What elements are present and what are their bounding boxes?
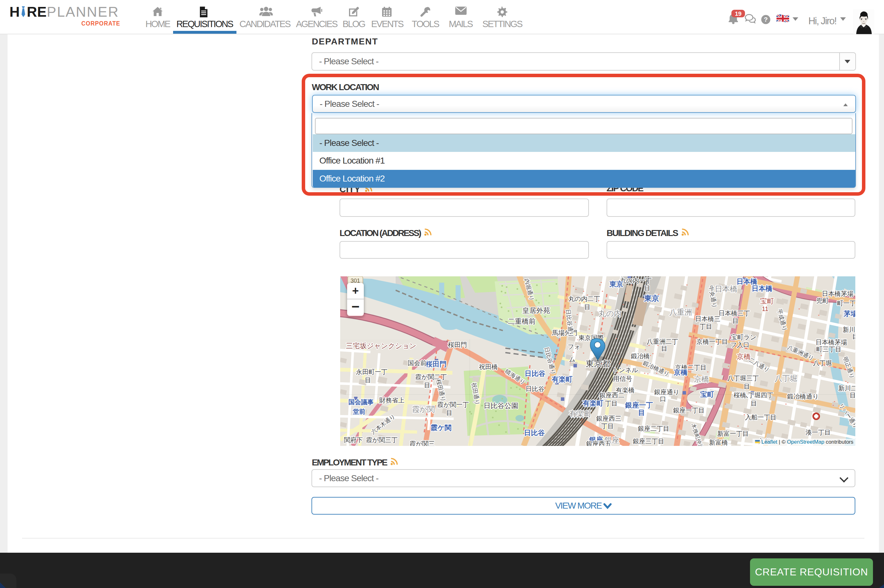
- svg-text:八丁堀: 八丁堀: [774, 374, 797, 382]
- svg-text:フォ: フォ: [568, 343, 581, 350]
- svg-text:銀座西三: 銀座西三: [596, 415, 621, 422]
- svg-text:霞が関二丁: 霞が関二丁: [415, 374, 447, 380]
- svg-text:財務省上: 財務省上: [379, 397, 404, 404]
- svg-text:鍛冶橋通り: 鍛冶橋通り: [787, 393, 819, 400]
- svg-text:銀座西五: 銀座西五: [586, 440, 611, 446]
- svg-text:京橋: 京橋: [694, 375, 709, 383]
- svg-text:11: 11: [762, 305, 768, 312]
- svg-text:東京: 東京: [609, 280, 623, 288]
- svg-text:銀座西二: 銀座西二: [599, 392, 624, 399]
- svg-text:国会議事: 国会議事: [348, 399, 374, 405]
- svg-text:二重橋前: 二重橋前: [508, 317, 536, 325]
- svg-text:目: 目: [849, 392, 855, 399]
- svg-text:目: 目: [446, 410, 453, 416]
- svg-text:宝町: 宝町: [700, 390, 714, 398]
- svg-text:霞が関三: 霞が関三: [409, 440, 435, 446]
- svg-text:国会前: 国会前: [407, 360, 427, 366]
- svg-text:霞が関三丁: 霞が関三丁: [366, 436, 398, 443]
- svg-text:日本橋三: 日本橋三: [695, 315, 720, 322]
- svg-text:丸の内: 丸の内: [599, 309, 622, 318]
- svg-text:日比谷公園: 日比谷公園: [484, 402, 518, 410]
- svg-text:目: 目: [744, 383, 750, 390]
- svg-text:町三丁目: 町三丁目: [816, 346, 842, 352]
- svg-text:関府下: 関府下: [344, 436, 363, 443]
- svg-text:ム: ム: [569, 356, 575, 363]
- svg-text:目: 目: [732, 317, 739, 324]
- svg-text:新川一丁: 新川一丁: [843, 326, 855, 333]
- svg-text:銀座一丁目: 銀座一丁目: [673, 407, 705, 414]
- svg-text:目: 目: [852, 333, 855, 340]
- svg-text:永田町一丁: 永田町一丁: [356, 368, 388, 375]
- svg-text:?: ?: [764, 16, 768, 23]
- svg-text:入船一丁目: 入船一丁目: [745, 414, 776, 421]
- svg-text:目: 目: [424, 382, 430, 388]
- svg-text:有楽町: 有楽町: [582, 399, 603, 407]
- svg-text:口: 口: [660, 396, 666, 402]
- svg-text:町一丁目: 町一丁目: [837, 300, 855, 307]
- svg-text:鍛冶橋: 鍛冶橋: [630, 352, 650, 360]
- svg-text:桜田門: 桜田門: [448, 341, 467, 348]
- svg-text:用信号: 用信号: [613, 375, 632, 382]
- svg-text:宝町: 宝町: [760, 297, 774, 305]
- svg-text:銀座一丁: 銀座一丁: [625, 401, 653, 409]
- svg-text:フ入口: フ入口: [731, 341, 749, 348]
- svg-text:桜橋: 桜橋: [734, 392, 746, 399]
- svg-text:丁目: 丁目: [605, 400, 618, 407]
- svg-text:トンネル: トンネル: [612, 366, 638, 374]
- svg-text:有楽町: 有楽町: [552, 375, 573, 383]
- svg-text:桜田門: 桜田門: [425, 360, 447, 368]
- svg-text:目: 目: [644, 285, 650, 291]
- svg-text:茅場町: 茅場町: [843, 310, 855, 318]
- svg-text:丁目: 丁目: [601, 423, 614, 429]
- svg-text:新富一丁目: 新富一丁目: [717, 430, 749, 437]
- svg-text:目: 目: [584, 303, 591, 310]
- svg-text:目: 目: [751, 400, 757, 407]
- svg-text:兜町: 兜町: [816, 297, 829, 304]
- svg-text:目: 目: [365, 376, 371, 384]
- svg-text:日本橋: 日本橋: [752, 285, 773, 292]
- svg-text:宝町ラン: 宝町ラン: [731, 334, 757, 340]
- svg-text:日比谷: 日比谷: [526, 386, 544, 392]
- svg-text:霞が関: 霞が関: [412, 405, 435, 413]
- svg-text:八丁堀三丁: 八丁堀三丁: [727, 375, 759, 382]
- svg-text:日本橋三丁: 日本橋三丁: [719, 310, 750, 317]
- svg-text:有楽町: 有楽町: [569, 410, 592, 418]
- svg-text:八重洲二丁: 八重洲二丁: [646, 338, 678, 345]
- svg-text:新川二丁: 新川二丁: [838, 385, 855, 392]
- svg-text:新富橋: 新富橋: [709, 439, 728, 446]
- svg-text:祝田橋: 祝田橋: [479, 363, 498, 370]
- svg-text:目: 目: [638, 409, 645, 417]
- svg-text:東京: 東京: [644, 294, 659, 303]
- svg-text:八重洲: 八重洲: [669, 308, 692, 316]
- svg-text:銀座二丁目: 銀座二丁目: [638, 425, 669, 432]
- svg-text:八丁堀四丁: 八丁堀四丁: [742, 392, 773, 399]
- svg-text:日比谷: 日比谷: [524, 429, 545, 437]
- svg-text:日本橋: 日本橋: [715, 285, 737, 293]
- svg-text:三宅坂ジャンクション: 三宅坂ジャンクション: [346, 342, 416, 350]
- svg-text:堂前: 堂前: [352, 408, 365, 415]
- svg-text:京橋一丁目: 京橋一丁目: [696, 338, 728, 345]
- svg-text:霞が関一丁: 霞が関一丁: [437, 401, 469, 408]
- svg-text:湊一丁目: 湊一丁目: [806, 429, 831, 436]
- svg-text:日本橋茅場: 日本橋茅場: [816, 339, 847, 346]
- svg-text:京橋: 京橋: [737, 352, 751, 360]
- svg-text:丸の内二丁: 丸の内二丁: [568, 295, 600, 302]
- svg-text:京橋: 京橋: [674, 368, 688, 376]
- svg-text:丁目: 丁目: [699, 323, 712, 330]
- svg-text:日本橋茅場: 日本橋茅場: [822, 290, 853, 297]
- svg-text:霞ケ関: 霞ケ関: [431, 424, 452, 432]
- svg-text:銀座通り: 銀座通り: [654, 388, 680, 396]
- svg-text:目: 目: [661, 345, 668, 352]
- svg-text:八丁堀: 八丁堀: [813, 360, 832, 366]
- svg-text:丸の内一丁: 丸の内一丁: [620, 277, 652, 284]
- svg-text:日比谷: 日比谷: [525, 370, 546, 378]
- svg-text:銀座三丁目: 銀座三丁目: [633, 438, 664, 445]
- svg-text:皇居外苑: 皇居外苑: [522, 307, 550, 315]
